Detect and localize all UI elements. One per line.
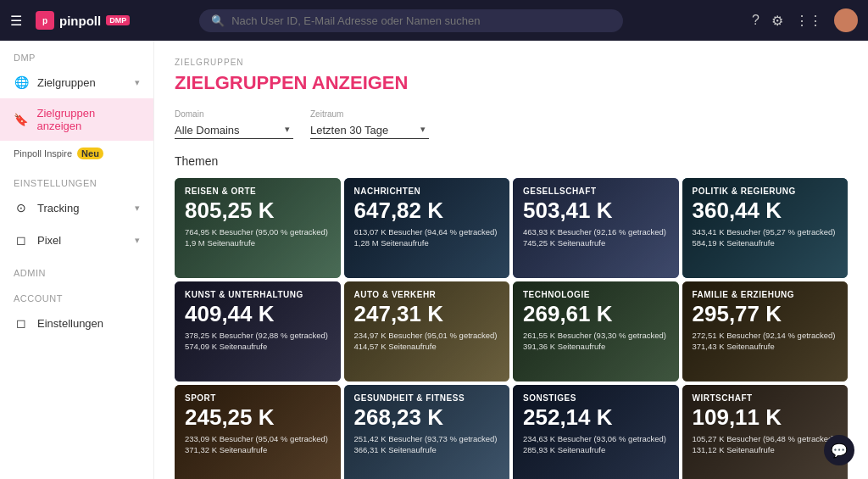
tile-sub-sonstiges: 234,63 K Besucher (93,06 % getracked)285… — [523, 433, 669, 456]
settings-icon[interactable]: ⚙ — [771, 13, 783, 29]
tile-content-familie: FAMILIE & ERZIEHUNG 295,77 K 272,51 K Be… — [682, 281, 849, 360]
domain-label: Domain — [175, 109, 293, 119]
tile-number-sport: 245,25 K — [185, 405, 331, 430]
tile-title-reisen: REISEN & ORTE — [185, 187, 331, 196]
tile-title-nachrichten: NACHRICHTEN — [354, 187, 500, 196]
sidebar-section-dmp: DMP — [0, 41, 153, 66]
tile-number-nachrichten: 647,82 K — [354, 198, 500, 223]
tile-sub-technologie: 261,55 K Besucher (93,30 % getracked)391… — [523, 330, 669, 353]
tile-politik[interactable]: POLITIK & REGIERUNG 360,44 K 343,41 K Be… — [682, 178, 849, 278]
main-content: Zielgruppen ZIELGRUPPEN ANZEIGEN Domain … — [154, 41, 868, 479]
zeitraum-select-wrap: Letzten 30 Tage — [310, 122, 429, 139]
tile-content-reisen: REISEN & ORTE 805,25 K 764,95 K Besucher… — [175, 178, 341, 257]
tile-title-familie: FAMILIE & ERZIEHUNG — [693, 290, 838, 299]
tile-number-gesellschaft: 503,41 K — [523, 198, 669, 223]
tile-sub-politik: 343,41 K Besucher (95,27 % getracked)584… — [693, 226, 838, 249]
logo-text: pinpoll — [59, 14, 101, 28]
tile-sport[interactable]: SPORT 245,25 K 233,09 K Besucher (95,04 … — [175, 385, 341, 479]
tile-sub-kunst: 378,25 K Besucher (92,88 % getracked)574… — [185, 330, 331, 353]
chevron-down-icon-pixel: ▾ — [135, 235, 140, 246]
tile-sub-familie: 272,51 K Besucher (92,14 % getracked)371… — [693, 330, 838, 353]
sidebar-item-pixel[interactable]: ◻ Pixel ▾ — [0, 224, 153, 256]
domain-filter: Domain Alle Domains — [175, 109, 293, 139]
tile-sub-gesundheit: 251,42 K Besucher (93,73 % getracked)366… — [354, 433, 500, 456]
sidebar-section-account: Account — [0, 281, 153, 307]
tile-title-gesellschaft: GESELLSCHAFT — [523, 187, 669, 196]
domain-select-wrap: Alle Domains — [175, 122, 293, 139]
tile-sub-gesellschaft: 463,93 K Besucher (92,16 % getracked)745… — [523, 226, 669, 249]
help-icon[interactable]: ? — [752, 13, 760, 28]
tiles-grid: REISEN & ORTE 805,25 K 764,95 K Besucher… — [175, 178, 848, 479]
search-bar[interactable]: 🔍 — [199, 9, 623, 32]
zeitraum-label: Zeitraum — [310, 109, 429, 119]
new-badge: Neu — [77, 148, 103, 159]
tile-technologie[interactable]: TECHNOLOGIE 269,61 K 261,55 K Besucher (… — [513, 281, 679, 382]
tile-kunst[interactable]: KUNST & UNTERHALTUNG 409,44 K 378,25 K B… — [175, 281, 341, 382]
themen-label: Themen — [175, 154, 848, 168]
breadcrumb: Zielgruppen — [175, 58, 848, 67]
pinpoll-inspire[interactable]: Pinpoll Inspire Neu — [0, 141, 153, 166]
sidebar-item-einstellungen[interactable]: ◻ Einstellungen — [0, 307, 153, 339]
tile-wirtschaft[interactable]: WIRTSCHAFT 109,11 K 105,27 K Besucher (9… — [682, 385, 849, 479]
tile-title-technologie: TECHNOLOGIE — [523, 290, 669, 299]
topbar: ☰ p pinpoll DMP 🔍 ? ⚙ ⋮⋮ — [0, 0, 868, 41]
tile-number-politik: 360,44 K — [693, 198, 838, 223]
sidebar-zielgruppen-anzeigen-label: Zielgruppen anzeigen — [36, 107, 140, 132]
search-input[interactable] — [231, 14, 611, 27]
sidebar-section-einstellungen: Einstellungen — [0, 166, 153, 192]
tile-title-kunst: KUNST & UNTERHALTUNG — [185, 290, 331, 299]
hamburger-icon[interactable]: ☰ — [10, 13, 22, 29]
tile-number-sonstiges: 252,14 K — [523, 405, 669, 430]
tile-gesellschaft[interactable]: GESELLSCHAFT 503,41 K 463,93 K Besucher … — [513, 178, 679, 278]
tile-content-auto: AUTO & VERKEHR 247,31 K 234,97 K Besuche… — [344, 281, 510, 360]
tile-number-kunst: 409,44 K — [185, 302, 331, 326]
chevron-down-icon-tracking: ▾ — [135, 203, 140, 214]
tile-reisen[interactable]: REISEN & ORTE 805,25 K 764,95 K Besucher… — [175, 178, 341, 278]
tile-content-nachrichten: NACHRICHTEN 647,82 K 613,07 K Besucher (… — [344, 178, 510, 257]
bookmark-icon: 🔖 — [14, 112, 28, 127]
tile-sub-nachrichten: 613,07 K Besucher (94,64 % getracked)1,2… — [354, 226, 500, 249]
sidebar-item-zielgruppen[interactable]: 🌐 Zielgruppen ▾ — [0, 66, 153, 98]
sidebar-pixel-label: Pixel — [37, 234, 61, 247]
tile-content-technologie: TECHNOLOGIE 269,61 K 261,55 K Besucher (… — [513, 281, 679, 360]
tile-auto[interactable]: AUTO & VERKEHR 247,31 K 234,97 K Besuche… — [344, 281, 510, 382]
pinpoll-inspire-label: Pinpoll Inspire — [14, 148, 72, 159]
tile-title-gesundheit: GESUNDHEIT & FITNESS — [354, 393, 500, 403]
tile-content-sonstiges: SONSTIGES 252,14 K 234,63 K Besucher (93… — [513, 385, 679, 464]
tile-content-sport: SPORT 245,25 K 233,09 K Besucher (95,04 … — [175, 385, 341, 464]
dmp-badge: DMP — [106, 15, 130, 25]
chat-bubble[interactable]: 💬 — [824, 435, 854, 465]
sidebar-tracking-label: Tracking — [37, 202, 79, 214]
tile-sub-wirtschaft: 105,27 K Besucher (96,48 % getracked)131… — [693, 433, 838, 456]
avatar[interactable] — [834, 8, 858, 32]
sidebar-item-zielgruppen-anzeigen[interactable]: 🔖 Zielgruppen anzeigen — [0, 98, 153, 141]
chevron-down-icon: ▾ — [135, 77, 140, 88]
tile-title-sonstiges: SONSTIGES — [523, 393, 669, 403]
tile-content-wirtschaft: WIRTSCHAFT 109,11 K 105,27 K Besucher (9… — [682, 385, 849, 464]
logo: p pinpoll DMP — [36, 11, 130, 30]
page-title: ZIELGRUPPEN ANZEIGEN — [175, 72, 848, 94]
globe-icon: 🌐 — [14, 75, 29, 90]
sidebar: DMP 🌐 Zielgruppen ▾ 🔖 Zielgruppen anzeig… — [0, 41, 154, 479]
einstellungen-icon: ◻ — [14, 315, 29, 331]
pixel-icon: ◻ — [14, 232, 29, 248]
domain-select[interactable]: Alle Domains — [175, 122, 293, 139]
tile-gesundheit[interactable]: GESUNDHEIT & FITNESS 268,23 K 251,42 K B… — [344, 385, 510, 479]
apps-icon[interactable]: ⋮⋮ — [795, 13, 822, 29]
tile-sub-sport: 233,09 K Besucher (95,04 % getracked)371… — [185, 433, 331, 456]
tile-title-wirtschaft: WIRTSCHAFT — [693, 393, 838, 403]
tile-sub-reisen: 764,95 K Besucher (95,00 % getracked)1,9… — [185, 226, 331, 249]
tile-number-familie: 295,77 K — [693, 302, 838, 326]
sidebar-item-tracking[interactable]: ⊙ Tracking ▾ — [0, 192, 153, 224]
tile-number-wirtschaft: 109,11 K — [693, 405, 838, 430]
tile-familie[interactable]: FAMILIE & ERZIEHUNG 295,77 K 272,51 K Be… — [682, 281, 849, 382]
zeitraum-select[interactable]: Letzten 30 Tage — [310, 122, 429, 139]
tile-content-gesundheit: GESUNDHEIT & FITNESS 268,23 K 251,42 K B… — [344, 385, 510, 464]
tile-nachrichten[interactable]: NACHRICHTEN 647,82 K 613,07 K Besucher (… — [344, 178, 510, 278]
tile-title-sport: SPORT — [185, 393, 331, 403]
tile-sonstiges[interactable]: SONSTIGES 252,14 K 234,63 K Besucher (93… — [513, 385, 679, 479]
tile-sub-auto: 234,97 K Besucher (95,01 % getracked)414… — [354, 330, 500, 353]
tile-content-gesellschaft: GESELLSCHAFT 503,41 K 463,93 K Besucher … — [513, 178, 679, 257]
sidebar-einstellungen-label: Einstellungen — [37, 317, 103, 330]
logo-box: p — [36, 11, 54, 30]
